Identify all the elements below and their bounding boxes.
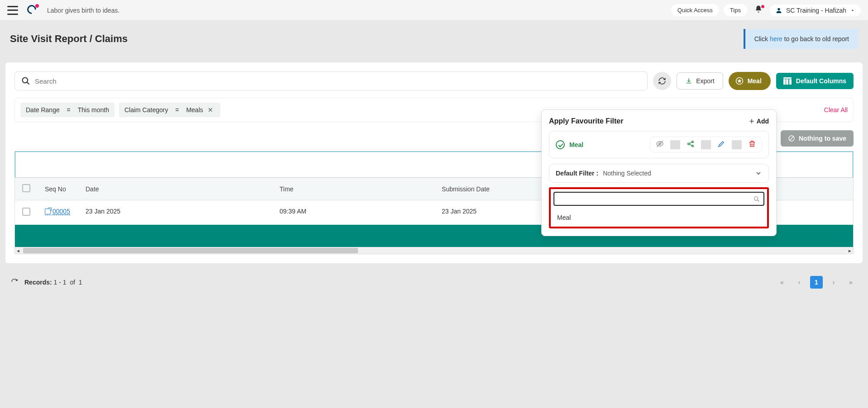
refresh-button[interactable] bbox=[653, 72, 671, 90]
saved-filter-name: Meal bbox=[569, 141, 583, 148]
tips-button[interactable]: Tips bbox=[724, 4, 747, 16]
old-report-link[interactable]: here bbox=[770, 35, 782, 43]
svg-line-16 bbox=[758, 199, 759, 201]
svg-line-2 bbox=[27, 82, 29, 85]
filter-search-input[interactable] bbox=[558, 195, 754, 202]
scroll-thumb[interactable] bbox=[23, 248, 358, 253]
page-prev[interactable]: ‹ bbox=[793, 276, 806, 289]
top-bar: Labor gives birth to ideas. Quick Access… bbox=[0, 0, 868, 21]
filter-option-meal[interactable]: Meal bbox=[549, 209, 769, 228]
tagline-text: Labor gives birth to ideas. bbox=[47, 7, 119, 14]
page-next[interactable]: › bbox=[827, 276, 840, 289]
open-icon bbox=[45, 209, 51, 214]
col-seq[interactable]: Seq No bbox=[38, 178, 78, 200]
default-columns-button[interactable]: Default Columns bbox=[776, 73, 854, 89]
scroll-right-arrow[interactable]: ► bbox=[847, 247, 853, 254]
footer-refresh-button[interactable] bbox=[11, 278, 18, 287]
chevron-down-icon bbox=[755, 170, 762, 177]
plus-icon bbox=[749, 118, 755, 124]
svg-line-5 bbox=[789, 136, 793, 140]
favourite-filter-label: Meal bbox=[748, 77, 762, 85]
remove-chip-icon[interactable]: ✕ bbox=[206, 106, 215, 114]
hamburger-menu[interactable] bbox=[7, 6, 18, 15]
col-date[interactable]: Date bbox=[78, 178, 272, 200]
clear-all-link[interactable]: Clear All bbox=[824, 106, 848, 114]
export-button[interactable]: Export bbox=[677, 72, 723, 90]
col-checkbox bbox=[15, 178, 38, 200]
svg-point-0 bbox=[777, 8, 780, 10]
filter-chip-claim-category[interactable]: Claim Category = Meals ✕ bbox=[119, 103, 220, 117]
action-row: Nothing to save Apply Favourite Filter A… bbox=[14, 130, 854, 147]
quick-access-button[interactable]: Quick Access bbox=[671, 4, 719, 16]
notifications-button[interactable] bbox=[752, 5, 765, 15]
col-time[interactable]: Time bbox=[272, 178, 434, 200]
filter-search-box bbox=[549, 187, 769, 209]
toolbar: Export Meal Default Columns bbox=[14, 71, 854, 90]
fav-panel-title: Apply Favourite Filter bbox=[549, 117, 623, 125]
scroll-left-arrow[interactable]: ◄ bbox=[15, 247, 21, 254]
user-menu[interactable]: SC Training - Hafizah bbox=[770, 5, 861, 16]
edit-filter-button[interactable] bbox=[716, 140, 726, 149]
nothing-to-save-button: Nothing to save bbox=[781, 130, 854, 147]
saved-filter-meal[interactable]: Meal bbox=[549, 131, 769, 158]
user-name: SC Training - Hafizah bbox=[786, 7, 846, 14]
svg-line-14 bbox=[689, 144, 692, 146]
seq-link[interactable]: 00005 bbox=[45, 208, 70, 215]
search-wrap bbox=[14, 71, 648, 90]
default-columns-label: Default Columns bbox=[796, 77, 846, 85]
row-checkbox[interactable] bbox=[22, 208, 30, 216]
delete-filter-button[interactable] bbox=[747, 140, 757, 149]
select-all-checkbox[interactable] bbox=[22, 184, 30, 192]
prohibit-icon bbox=[788, 135, 795, 142]
refresh-icon bbox=[11, 278, 18, 285]
check-circle-icon bbox=[556, 140, 565, 149]
saved-filter-actions bbox=[650, 137, 762, 152]
svg-point-15 bbox=[754, 196, 758, 200]
app-logo bbox=[27, 5, 38, 16]
page-current[interactable]: 1 bbox=[810, 276, 823, 289]
svg-line-13 bbox=[689, 142, 692, 143]
export-label: Export bbox=[696, 77, 714, 85]
cell-date: 23 Jan 2025 bbox=[78, 200, 272, 225]
columns-icon bbox=[783, 77, 792, 85]
page-first[interactable]: « bbox=[776, 276, 788, 289]
user-icon bbox=[775, 7, 782, 14]
search-icon bbox=[21, 76, 30, 85]
filter-chip-date-range[interactable]: Date Range = This month bbox=[20, 103, 114, 117]
records-text: Records: 1 - 1 of 1 bbox=[24, 279, 82, 286]
pagination: « ‹ 1 › » bbox=[776, 276, 857, 289]
search-icon bbox=[754, 196, 760, 202]
old-report-banner: Click here to go back to old report bbox=[744, 29, 858, 49]
horizontal-scrollbar[interactable]: ◄ ► bbox=[15, 247, 853, 254]
favourite-filter-panel: Apply Favourite Filter Add Meal bbox=[541, 109, 777, 236]
share-filter-button[interactable] bbox=[686, 140, 696, 149]
search-input[interactable] bbox=[35, 77, 641, 85]
download-icon bbox=[685, 77, 692, 85]
page-last[interactable]: » bbox=[844, 276, 857, 289]
page-title: Site Visit Report / Claims bbox=[10, 33, 128, 45]
main-panel: Export Meal Default Columns Date Range =… bbox=[5, 62, 863, 263]
refresh-icon bbox=[658, 77, 666, 85]
cell-time: 09:39 AM bbox=[272, 200, 434, 225]
default-filter-select[interactable]: Default Filter : Nothing Selected bbox=[549, 164, 769, 183]
title-row: Site Visit Report / Claims Click here to… bbox=[0, 21, 868, 57]
star-icon bbox=[735, 76, 744, 85]
favourite-filter-button[interactable]: Meal bbox=[729, 72, 771, 90]
hide-filter-button[interactable] bbox=[655, 140, 665, 149]
footer: Records: 1 - 1 of 1 « ‹ 1 › » bbox=[0, 269, 868, 296]
svg-point-1 bbox=[23, 78, 28, 83]
chevron-down-icon bbox=[850, 8, 855, 13]
add-filter-button[interactable]: Add bbox=[749, 118, 769, 125]
